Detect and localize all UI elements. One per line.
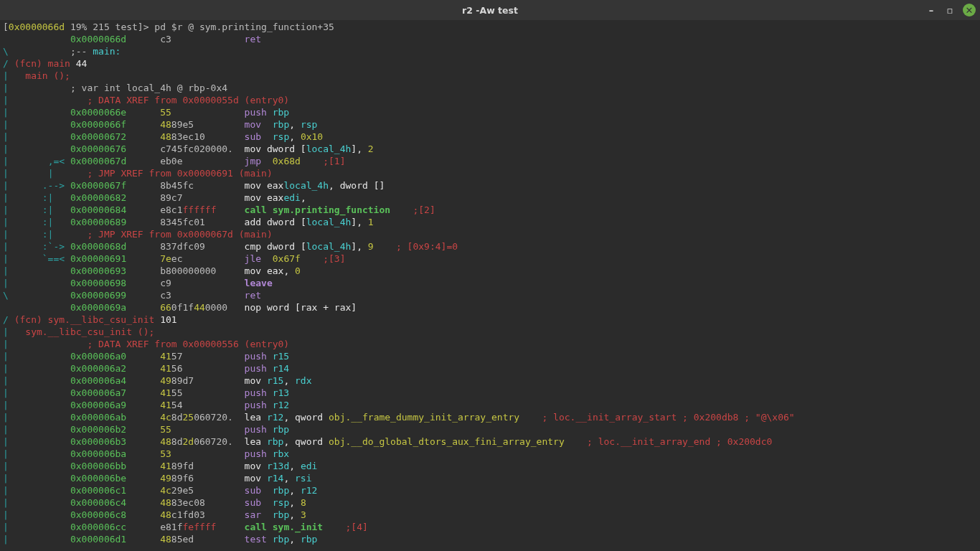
disasm-line: | .--> 0x0000067f 8b45fc mov eaxlocal_4h… (3, 180, 385, 191)
disasm-line: | 0x00000672 4883ec10 sub rsp, 0x10 (3, 131, 323, 142)
disasm-line: | 0x000006ba 53 push rbx (3, 448, 289, 459)
disasm-line: 0x0000066d c3 ret (3, 34, 273, 44)
disasm-line: | 0x000006a0 4157 push r15 (3, 351, 289, 362)
disasm-line: | 0x00000693 b800000000 mov eax, 0 (3, 265, 301, 276)
disasm-line: | :| 0x00000689 8345fc01 add dword [loca… (3, 217, 374, 227)
disasm-line: | 0x00000698 c9 leave (3, 278, 273, 288)
window-title: r2 -Aw test (462, 4, 518, 17)
disasm-line: | 0x000006a9 4154 push r12 (3, 400, 289, 410)
disasm-line: | | ; JMP XREF from 0x00000691 (main) (3, 168, 273, 179)
disasm-line: / (fcn) sym.__libc_csu_init 101 (3, 314, 177, 325)
disasm-line: 0x0000069a 660f1f440000 nop word [rax + … (3, 302, 357, 313)
title-bar: r2 -Aw test – ▫ ✕ (0, 0, 980, 20)
disasm-line: | 0x000006c1 4c29e5 sub rbp, r12 (3, 485, 317, 496)
disasm-line: | 0x000006bb 4189fd mov r13d, edi (3, 461, 317, 471)
disasm-line: | 0x000006be 4989f6 mov r14, rsi (3, 473, 312, 484)
disasm-line: | 0x000006b2 55 push rbp (3, 424, 289, 435)
close-icon[interactable]: ✕ (963, 4, 976, 17)
disasm-line: | :`-> 0x0000068d 837dfc09 cmp dword [lo… (3, 241, 458, 252)
disasm-line: | 0x000006a2 4156 push r14 (3, 363, 289, 374)
disasm-line: | 0x000006cc e81ffeffff call sym._init ;… (3, 522, 368, 532)
disasm-line: \ ;-- main: (3, 46, 121, 57)
disasm-line: | 0x000006d1 4885ed test rbp, rbp (3, 534, 317, 545)
disasm-line: | 0x000006c8 48c1fd03 sar rbp, 3 (3, 509, 306, 520)
disasm-line: | 0x0000066e 55 push rbp (3, 107, 289, 118)
disasm-line: | :| ; JMP XREF from 0x0000067d (main) (3, 229, 273, 240)
minimize-icon[interactable]: – (925, 4, 937, 16)
disasm-line: | 0x0000066f 4889e5 mov rbp, rsp (3, 119, 317, 130)
disasm-line: | sym.__libc_csu_init (); (3, 326, 154, 337)
disasm-line: \ 0x00000699 c3 ret (3, 290, 273, 301)
terminal-output[interactable]: [0x0000066d 19% 215 test]> pd $r @ sym.p… (0, 20, 980, 545)
disasm-line: | :| 0x00000684 e8c1ffffff call sym.prin… (3, 204, 435, 215)
disasm-line: | ,=< 0x0000067d eb0e jmp 0x68d ;[1] (3, 156, 346, 166)
disasm-line: | ; DATA XREF from 0x0000055d (entry0) (3, 95, 289, 105)
disasm-line: | 0x00000676 c745fc020000. mov dword [lo… (3, 143, 374, 154)
disasm-line: | :| 0x00000682 89c7 mov eaxedi, (3, 192, 312, 203)
disasm-line: | ; DATA XREF from 0x00000556 (entry0) (3, 339, 289, 349)
disasm-line: / (fcn) main 44 (3, 58, 87, 69)
disasm-line: | 0x000006a4 4989d7 mov r15, rdx (3, 375, 312, 386)
disasm-line: | 0x000006ab 4c8d25060720. lea r12, qwor… (3, 412, 795, 423)
prompt[interactable]: [0x0000066d 19% 215 test]> pd $r @ sym.p… (3, 22, 334, 32)
disasm-line: | 0x000006c4 4883ec08 sub rsp, 8 (3, 497, 306, 508)
window-buttons: – ▫ ✕ (925, 4, 976, 17)
disasm-line: | main (); (3, 70, 70, 81)
disasm-line: | `==< 0x00000691 7eec jle 0x67f ;[3] (3, 253, 346, 264)
disasm-line: | 0x000006b3 488d2d060720. lea rbp, qwor… (3, 436, 772, 447)
disasm-line: | ; var int local_4h @ rbp-0x4 (3, 83, 227, 93)
maximize-icon[interactable]: ▫ (944, 4, 956, 16)
disasm-line: | 0x000006a7 4155 push r13 (3, 387, 289, 398)
